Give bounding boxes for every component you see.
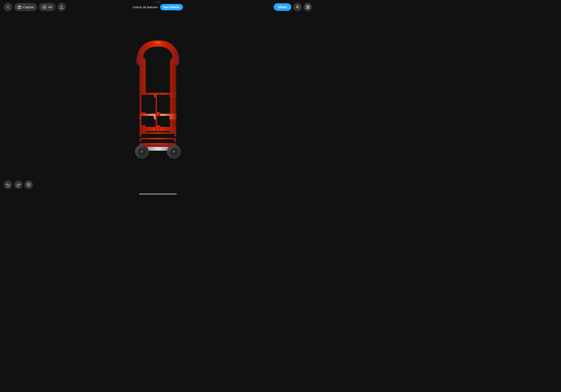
3d-scene: [0, 0, 316, 196]
share-label: Share: [278, 5, 287, 9]
svg-rect-30: [144, 144, 172, 147]
svg-rect-16: [141, 116, 154, 125]
share-button[interactable]: Share: [274, 3, 291, 11]
undo-button[interactable]: [4, 181, 12, 189]
toolbar-right: Share: [274, 3, 312, 11]
see-details-button[interactable]: See Details: [160, 4, 183, 10]
person-icon: [295, 5, 300, 9]
ar-label: AR: [48, 5, 52, 9]
svg-marker-31: [27, 183, 31, 185]
toolbar-left: Capture AR: [4, 3, 66, 11]
svg-rect-21: [141, 134, 174, 137]
upload-button[interactable]: [57, 3, 66, 11]
svg-point-26: [140, 150, 143, 153]
svg-rect-14: [141, 95, 154, 112]
see-details-label: See Details: [163, 5, 180, 9]
svg-rect-22: [141, 139, 174, 142]
back-icon: [6, 5, 10, 9]
home-indicator: [139, 193, 177, 195]
ar-icon: [42, 5, 46, 9]
unlock-banner: Unlock all features See Details: [133, 4, 183, 10]
svg-rect-15: [157, 95, 170, 112]
upload-icon: [59, 5, 64, 9]
svg-rect-7: [308, 7, 309, 9]
ar-button[interactable]: AR: [39, 3, 55, 11]
back-button[interactable]: [4, 3, 12, 11]
hand-truck-svg: [123, 36, 193, 168]
svg-rect-6: [308, 5, 309, 7]
top-toolbar: Capture AR Unlock all features See Detai…: [0, 0, 316, 14]
svg-point-1: [19, 7, 20, 8]
layers-button[interactable]: [24, 181, 33, 189]
layers-icon: [27, 183, 31, 187]
person-icon-button[interactable]: [293, 3, 302, 11]
hand-truck-model: [123, 36, 193, 169]
svg-point-4: [297, 6, 298, 7]
svg-point-3: [44, 7, 45, 8]
capture-label: Capture: [23, 5, 34, 9]
capture-button[interactable]: Capture: [14, 3, 37, 11]
unlock-text: Unlock all features: [133, 5, 158, 9]
layout-icon-button[interactable]: [303, 3, 312, 11]
camera-icon: [17, 5, 22, 9]
svg-point-29: [173, 150, 175, 153]
svg-rect-17: [157, 116, 170, 125]
svg-rect-5: [306, 5, 308, 9]
redo-icon: [16, 183, 21, 187]
bottom-toolbar: [4, 181, 33, 189]
undo-icon: [6, 183, 10, 187]
layout-icon: [306, 5, 310, 9]
redo-button[interactable]: [14, 181, 22, 189]
